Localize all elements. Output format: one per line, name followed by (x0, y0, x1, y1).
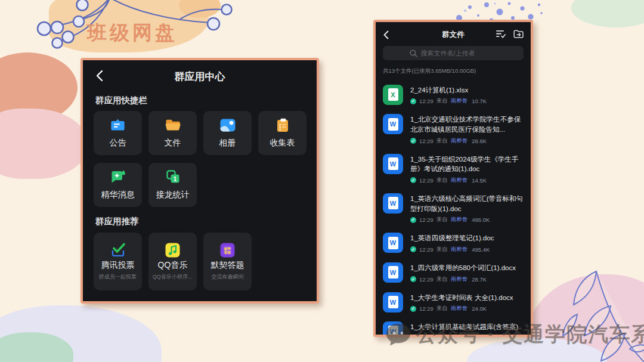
uploader-name: 南桦骨 (451, 246, 468, 253)
file-meta: ✓ 12:29 来自 南桦骨 486.0K (410, 216, 524, 224)
uploaded-check-icon: ✓ (410, 306, 416, 312)
svg-text:答题: 答题 (224, 250, 231, 254)
tencent-vote-icon (110, 242, 126, 258)
quick-apps-row-1: 公告 文件 相册 (94, 111, 306, 155)
file-name: 1_英语四级整理笔记(1).doc (410, 233, 524, 243)
file-row[interactable]: W 1_35-关于组织2024级学生《学生手册》考试的通知(1).doc ✓ 1… (383, 149, 524, 188)
uploader-name: 南桦骨 (451, 305, 468, 313)
word-file-icon: W (383, 292, 403, 313)
file-size: 495.4K (472, 246, 490, 253)
file-meta: ✓ 12:29 来自 南桦骨 10.7K (410, 97, 524, 105)
file-meta: ✓ 12:29 来自 南桦骨 28.7K (410, 276, 524, 283)
collection-form-icon (276, 117, 289, 133)
file-row[interactable]: W 1_英语四级整理笔记(1).doc ✓ 12:29 来自 南桦骨 495.4… (383, 228, 524, 258)
app-card-essence-messages[interactable]: 精华消息 (94, 163, 142, 207)
search-icon (410, 49, 417, 57)
svg-text:默契: 默契 (224, 246, 231, 250)
back-icon[interactable] (96, 70, 103, 82)
app-center-header: 群应用中心 (94, 69, 306, 84)
quick-bar-section-label: 群应用快捷栏 (95, 95, 147, 106)
quick-apps-row-2: 精华消息 1 接龙统计 (94, 163, 197, 207)
file-size: 28.7K (472, 276, 487, 283)
file-row[interactable]: W 1_北京交通职业技术学院学生不参保北京市城镇居民医疗保险告知... ✓ 12… (383, 110, 524, 149)
uploader-name: 南桦骨 (451, 216, 468, 224)
search-bar[interactable] (383, 46, 524, 60)
qq-music-icon (165, 242, 180, 258)
file-name: 1_35-关于组织2024级学生《学生手册》考试的通知(1).doc (410, 154, 524, 174)
excel-file-icon: X (383, 85, 403, 105)
word-file-icon: W (383, 262, 403, 283)
app-card-desc: 交流有趣瞬间 (211, 273, 243, 280)
file-meta: ✓ 12:29 来自 南桦骨 28.8K (410, 137, 524, 145)
uploaded-check-icon: ✓ (410, 246, 416, 252)
album-icon (220, 117, 236, 133)
watercolor-blob-green (571, 0, 644, 27)
file-name: 1_北京交通职业技术学院学生不参保北京市城镇居民医疗保险告知... (410, 115, 524, 134)
search-input[interactable] (421, 49, 497, 57)
word-file-icon: W (383, 193, 403, 214)
uploaded-check-icon: ✓ (410, 177, 416, 183)
app-card-desc: 群成员一起投票 (99, 273, 137, 280)
app-card-chain-stats[interactable]: 1 接龙统计 (148, 163, 197, 207)
uploader-name: 南桦骨 (451, 137, 468, 145)
file-list: X 2_24计算机(1).xlsx ✓ 12:29 来自 南桦骨 10.7K (383, 80, 524, 337)
watermark: 公众号 · 交通学院汽车系 (385, 321, 644, 348)
essence-message-icon (110, 169, 126, 185)
file-name: 1_大学生考证时间表 大全(1).docx (410, 293, 524, 303)
file-meta: ✓ 12:29 来自 南桦骨 495.4K (410, 246, 524, 253)
group-files-panel: 群文件 (373, 20, 533, 337)
moqi-quiz-icon: 默契 答题 (220, 242, 235, 258)
app-card-qq-music[interactable]: QQ音乐 QQ音乐小程序... (148, 233, 197, 290)
app-card-label: QQ音乐 (158, 260, 188, 271)
upload-folder-icon[interactable] (513, 30, 524, 38)
uploaded-check-icon: ✓ (410, 138, 416, 144)
app-card-desc: QQ音乐小程序... (153, 273, 193, 280)
uploader-name: 南桦骨 (451, 276, 468, 283)
app-card-announcement[interactable]: 公告 (94, 111, 142, 155)
app-card-label: 腾讯投票 (101, 260, 135, 271)
storage-summary: 共13个文件(已使用3.65MB/10.00GB) (383, 67, 524, 75)
recommended-apps-row: 腾讯投票 群成员一起投票 QQ音乐 QQ音乐小程序... (94, 233, 252, 290)
file-meta: ✓ 12:29 来自 南桦骨 24.0K (410, 305, 524, 313)
app-card-label: 公告 (110, 138, 126, 148)
file-row[interactable]: W 1_大学生考证时间表 大全(1).docx ✓ 12:29 来自 南桦骨 2… (383, 287, 524, 317)
uploaded-check-icon: ✓ (410, 217, 416, 223)
file-size: 24.0K (472, 305, 487, 312)
app-center-title: 群应用中心 (94, 69, 306, 83)
app-card-label: 默契答题 (211, 260, 244, 271)
uploaded-check-icon: ✓ (410, 98, 416, 104)
app-card-tencent-vote[interactable]: 腾讯投票 群成员一起投票 (94, 233, 142, 290)
svg-text:1: 1 (173, 176, 177, 182)
file-size: 10.7K (472, 98, 487, 104)
word-file-icon: W (383, 233, 403, 253)
file-meta: ✓ 12:29 来自 南桦骨 14.5K (410, 177, 524, 184)
word-file-icon: W (383, 154, 403, 174)
uploader-name: 南桦骨 (451, 177, 468, 184)
app-card-label: 精华消息 (101, 190, 135, 200)
app-card-collection-form[interactable]: 收集表 (258, 111, 306, 155)
slide-canvas: 班级网盘 群应用中心 群应用快捷栏 公告 (0, 0, 644, 362)
file-size: 28.8K (472, 138, 487, 144)
uploader-name: 南桦骨 (451, 97, 468, 105)
watercolor-blob-pink (0, 109, 88, 179)
group-files-header: 群文件 (383, 29, 524, 41)
back-icon[interactable] (383, 30, 389, 39)
file-row[interactable]: W 1_四六级常用的580个词汇(1).docx ✓ 12:29 来自 南桦骨 … (383, 258, 524, 287)
sort-icon[interactable] (496, 30, 506, 38)
page-title: 班级网盘 (87, 20, 178, 47)
recommend-section-label: 群应用推荐 (95, 216, 139, 227)
announcement-icon (110, 117, 125, 133)
app-card-moqi-quiz[interactable]: 默契 答题 默契答题 交流有趣瞬间 (203, 233, 252, 290)
file-name: 2_24计算机(1).xlsx (410, 85, 524, 95)
app-center-panel: 群应用中心 群应用快捷栏 公告 (80, 58, 319, 304)
file-size: 14.5K (472, 177, 487, 184)
folder-icon (165, 117, 181, 133)
app-card-files[interactable]: 文件 (148, 111, 197, 155)
file-row[interactable]: X 2_24计算机(1).xlsx ✓ 12:29 来自 南桦骨 10.7K (383, 80, 524, 110)
chat-bubble-icon (385, 322, 411, 347)
app-card-album[interactable]: 相册 (203, 111, 252, 155)
app-card-label: 相册 (219, 138, 236, 148)
file-row[interactable]: W 1_英语六级核心高频词汇(带音标和句型打印版)(1).doc ✓ 12:29… (383, 188, 524, 228)
uploaded-check-icon: ✓ (410, 276, 416, 282)
word-file-icon: W (383, 114, 403, 134)
